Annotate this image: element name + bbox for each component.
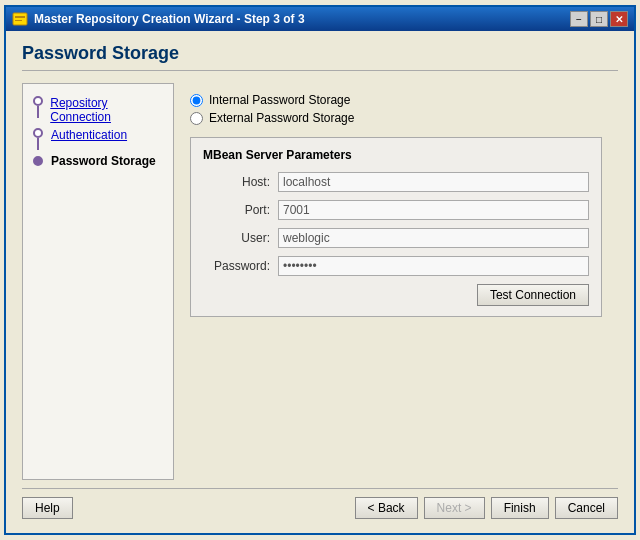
step-circle-1 — [33, 96, 43, 106]
port-input[interactable] — [278, 200, 589, 220]
maximize-button[interactable]: □ — [590, 11, 608, 27]
user-input[interactable] — [278, 228, 589, 248]
mbean-title: MBean Server Parameters — [203, 148, 589, 162]
sidebar-label-auth[interactable]: Authentication — [51, 128, 127, 142]
help-button[interactable]: Help — [22, 497, 73, 519]
svg-rect-2 — [15, 20, 22, 21]
radio-internal-label: Internal Password Storage — [209, 93, 350, 107]
sidebar-item-authentication[interactable]: Authentication — [31, 128, 165, 150]
user-row: User: — [203, 228, 589, 248]
svg-rect-0 — [13, 13, 27, 25]
wizard-icon — [12, 11, 28, 27]
main-window: Master Repository Creation Wizard - Step… — [4, 5, 636, 535]
port-label: Port: — [203, 203, 278, 217]
step-line-1 — [37, 106, 39, 118]
sidebar: Repository Connection Authentication Pas… — [22, 83, 174, 480]
back-button[interactable]: < Back — [355, 497, 418, 519]
sidebar-item-password-storage: Password Storage — [31, 154, 165, 168]
step-circle-2 — [33, 128, 43, 138]
step-connector-3 — [31, 156, 45, 166]
main-panel: Internal Password Storage External Passw… — [174, 83, 618, 480]
radio-internal-input[interactable] — [190, 94, 203, 107]
next-button[interactable]: Next > — [424, 497, 485, 519]
host-label: Host: — [203, 175, 278, 189]
content-area: Repository Connection Authentication Pas… — [22, 83, 618, 480]
title-bar: Master Repository Creation Wizard - Step… — [6, 7, 634, 31]
test-conn-row: Test Connection — [203, 284, 589, 306]
page-title: Password Storage — [22, 43, 618, 71]
radio-internal[interactable]: Internal Password Storage — [190, 93, 602, 107]
radio-external[interactable]: External Password Storage — [190, 111, 602, 125]
minimize-button[interactable]: − — [570, 11, 588, 27]
close-button[interactable]: ✕ — [610, 11, 628, 27]
host-row: Host: — [203, 172, 589, 192]
window-title: Master Repository Creation Wizard - Step… — [34, 12, 305, 26]
password-row: Password: — [203, 256, 589, 276]
sidebar-label-password: Password Storage — [51, 154, 156, 168]
sidebar-item-repo-connection[interactable]: Repository Connection — [31, 96, 165, 124]
cancel-button[interactable]: Cancel — [555, 497, 618, 519]
mbean-section: MBean Server Parameters Host: Port: User… — [190, 137, 602, 317]
svg-rect-1 — [15, 16, 25, 18]
port-row: Port: — [203, 200, 589, 220]
sidebar-label-repo[interactable]: Repository Connection — [50, 96, 165, 124]
step-circle-3 — [33, 156, 43, 166]
step-connector-1 — [31, 96, 44, 118]
password-input[interactable] — [278, 256, 589, 276]
step-connector-2 — [31, 128, 45, 150]
footer-right: < Back Next > Finish Cancel — [355, 497, 618, 519]
test-connection-button[interactable]: Test Connection — [477, 284, 589, 306]
window-body: Password Storage Repository Connection — [6, 31, 634, 533]
radio-external-label: External Password Storage — [209, 111, 354, 125]
radio-group: Internal Password Storage External Passw… — [190, 93, 602, 125]
host-input[interactable] — [278, 172, 589, 192]
finish-button[interactable]: Finish — [491, 497, 549, 519]
user-label: User: — [203, 231, 278, 245]
title-controls: − □ ✕ — [570, 11, 628, 27]
footer: Help < Back Next > Finish Cancel — [22, 488, 618, 523]
title-bar-left: Master Repository Creation Wizard - Step… — [12, 11, 305, 27]
step-line-2 — [37, 138, 39, 150]
radio-external-input[interactable] — [190, 112, 203, 125]
password-label: Password: — [203, 259, 278, 273]
